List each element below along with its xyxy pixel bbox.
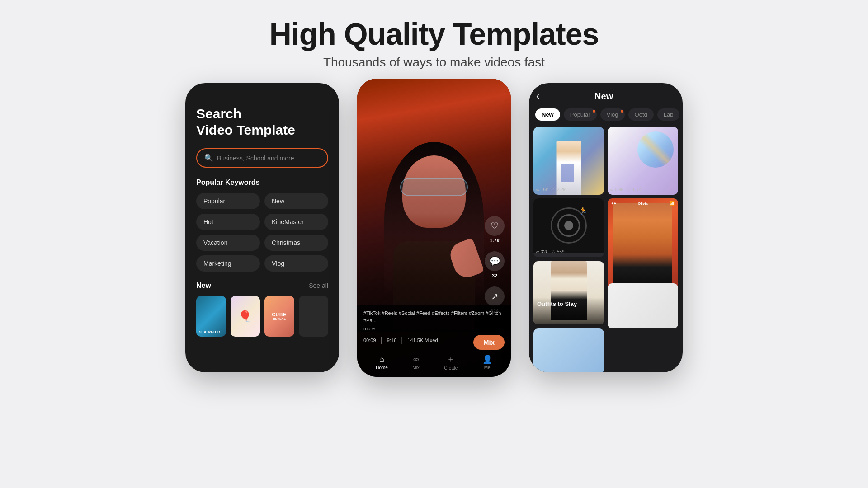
- home-icon: ⌂: [379, 355, 384, 364]
- nav-home[interactable]: ⌂ Home: [376, 355, 388, 370]
- bottom-nav: ⌂ Home ∞ Mix ＋ Create 👤: [363, 350, 505, 372]
- cube-text-sub: reVEAL: [273, 317, 286, 320]
- card1-likes: ♡ 2.2k: [552, 187, 566, 192]
- keyword-vacation[interactable]: Vacation: [196, 235, 260, 251]
- video-bottom-overlay: #TikTok #Reels #Social #Feed #Effects #F…: [357, 305, 511, 377]
- tab-lab[interactable]: Lab: [657, 108, 680, 121]
- template-card-6[interactable]: [533, 328, 604, 372]
- template-card-3[interactable]: 🏃 ∞ 32k ♡ 559: [533, 198, 604, 257]
- nav-mix[interactable]: ∞ Mix: [412, 355, 420, 370]
- template-card-7[interactable]: [608, 283, 678, 328]
- thumb-sea-water[interactable]: [196, 296, 226, 337]
- card3-likes: ♡ 559: [552, 249, 564, 254]
- nav-create-label: Create: [444, 366, 458, 371]
- nav-mix-label: Mix: [412, 365, 420, 370]
- thumbnail-row: CUBE reVEAL: [196, 296, 328, 337]
- keyword-marketing[interactable]: Marketing: [196, 255, 260, 272]
- mix-icon: ∞: [413, 355, 419, 364]
- search-input-placeholder[interactable]: Business, School and more: [217, 155, 294, 162]
- outfits-title: Outfits to Slay: [537, 301, 600, 307]
- nav-home-label: Home: [376, 365, 388, 370]
- search-box[interactable]: 🔍 Business, School and more: [196, 148, 328, 168]
- comment-icon: 💬: [485, 251, 505, 271]
- card3-views: ∞ 32k: [536, 249, 548, 254]
- video-meta-row: 00:09 | 9:16 | 141.5K Mixed Mix: [363, 335, 505, 350]
- page-header: High Quality Templates Thousands of ways…: [269, 0, 599, 70]
- back-button[interactable]: ‹: [536, 90, 539, 102]
- profile-icon: 👤: [482, 354, 492, 364]
- p3-header: ‹ New: [529, 90, 683, 102]
- page-subtitle: Thousands of ways to make videos fast: [269, 55, 599, 70]
- more-label[interactable]: more: [363, 326, 505, 331]
- template-card-2[interactable]: ∞ 5.9k ♡ 1.1k: [608, 127, 678, 195]
- card2-likes: ♡ 1.1k: [627, 187, 641, 192]
- thumb-extra[interactable]: [299, 296, 329, 337]
- see-all-link[interactable]: See all: [309, 282, 328, 289]
- share-icon: ↗: [485, 286, 505, 306]
- page-title: High Quality Templates: [269, 16, 599, 52]
- phone-search: SearchVideo Template 🔍 Business, School …: [185, 83, 339, 372]
- video-size: 141.5K Mixed: [407, 338, 438, 343]
- tab-ootd[interactable]: Ootd: [628, 108, 654, 121]
- like-count: 1.7k: [490, 238, 499, 243]
- mix-button[interactable]: Mix: [473, 335, 505, 350]
- templates-grid: ∞ 16k ♡ 2.2k ∞ 5.9k ♡ 1.1k: [529, 127, 683, 372]
- keyword-hot[interactable]: Hot: [196, 214, 260, 230]
- card1-stats: ∞ 16k ♡ 2.2k: [536, 187, 566, 192]
- new-section-row: New See all: [196, 282, 328, 290]
- keyword-kinemaster[interactable]: KineMaster: [264, 214, 328, 230]
- video-meta: 00:09 | 9:16 | 141.5K Mixed: [363, 336, 438, 344]
- thumb-cube-reveal[interactable]: CUBE reVEAL: [264, 296, 294, 337]
- create-icon: ＋: [447, 354, 455, 365]
- p3-title: New: [546, 91, 662, 102]
- phone-video: ♡ 1.7k 💬 32 ↗ 624 #TikTok #Reels #Social…: [357, 79, 511, 377]
- comment-button[interactable]: 💬 32: [485, 251, 505, 278]
- phone-templates: ‹ New New Popular Vlog Ootd Lab: [529, 83, 683, 372]
- video-aspect: 9:16: [387, 338, 396, 343]
- spinning-rings: 🏃: [551, 207, 587, 244]
- running-person-icon: 🏃: [579, 206, 588, 215]
- nav-me-label: Me: [484, 365, 491, 370]
- olivia-name: Olivia: [638, 202, 648, 206]
- video-actions: ♡ 1.7k 💬 32 ↗ 624: [485, 216, 505, 314]
- keyword-popular[interactable]: Popular: [196, 193, 260, 209]
- tab-popular[interactable]: Popular: [564, 108, 597, 121]
- cube-text-main: CUBE: [272, 312, 287, 317]
- tab-vlog[interactable]: Vlog: [600, 108, 625, 121]
- video-time: 00:09: [363, 338, 376, 343]
- video-tags: #TikTok #Reels #Social #Feed #Effects #F…: [363, 310, 505, 324]
- search-icon: 🔍: [204, 154, 213, 162]
- template-card-5[interactable]: Outfits to Slay: [533, 261, 604, 324]
- new-label: New: [196, 282, 211, 290]
- nav-create[interactable]: ＋ Create: [444, 354, 458, 371]
- keyword-new[interactable]: New: [264, 193, 328, 209]
- template-card-1[interactable]: ∞ 16k ♡ 2.2k: [533, 127, 604, 195]
- nav-me[interactable]: 👤 Me: [482, 354, 492, 370]
- popular-keywords-label: Popular Keywords: [196, 178, 328, 187]
- card2-views: ∞ 5.9k: [610, 187, 623, 192]
- keyword-vlog[interactable]: Vlog: [264, 255, 328, 272]
- card1-views: ∞ 16k: [536, 187, 548, 192]
- phones-container: SearchVideo Template 🔍 Business, School …: [185, 83, 683, 381]
- heart-icon: ♡: [485, 216, 505, 236]
- search-title: SearchVideo Template: [196, 106, 328, 138]
- keyword-christmas[interactable]: Christmas: [264, 235, 328, 251]
- category-tabs: New Popular Vlog Ootd Lab: [529, 108, 683, 121]
- comment-count: 32: [492, 273, 497, 278]
- like-button[interactable]: ♡ 1.7k: [485, 216, 505, 243]
- keywords-grid: Popular New Hot KineMaster Vacation Chri…: [196, 193, 328, 272]
- thumb-balloons[interactable]: [231, 296, 260, 337]
- tab-new[interactable]: New: [535, 108, 560, 121]
